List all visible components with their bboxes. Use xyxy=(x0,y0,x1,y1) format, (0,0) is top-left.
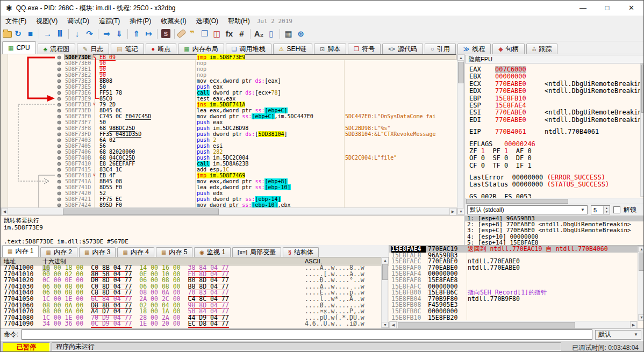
disasm-row[interactable]: 5D8F742052push edx xyxy=(65,190,456,196)
tab-dump3[interactable]: ▦内存 3 xyxy=(79,247,116,257)
disasm-row[interactable]: 5D8F73F0C745 0C E047C45Dmov dword ptr ss… xyxy=(65,113,456,119)
menu-item-收藏夹[interactable]: 收藏夹(I) xyxy=(156,16,191,27)
menu-item-调试[interactable]: 调试(D) xyxy=(62,16,94,27)
step-into-icon[interactable]: ↓ xyxy=(71,28,83,40)
scroll-thumb[interactable] xyxy=(398,322,575,328)
register-line[interactable]: ESP15E8FAE4 xyxy=(465,102,644,109)
execute-till-return-icon[interactable]: ⇓ xyxy=(113,28,125,40)
register-line[interactable]: EAX007C6000 xyxy=(465,66,644,73)
tab-source[interactable]: <>源代码 xyxy=(382,44,423,54)
tab-dump2[interactable]: ▦内存 2 xyxy=(40,247,77,257)
stack-hscrollbar[interactable]: ◀ ▶ xyxy=(389,321,638,328)
disasm-row[interactable]: 5D8F7421FF75 ECpush dword ptr ss:[ebp-14… xyxy=(65,196,456,202)
register-line[interactable]: EDI770EABE0<ntdll.DbgUiRemoteBreakin> xyxy=(465,117,644,124)
tab-callstack[interactable]: ❏调用堆栈 xyxy=(226,44,271,54)
disasm-row[interactable]: 5D8F73E090nop xyxy=(65,60,456,66)
register-line[interactable]: EDX770EABE0<ntdll.DbgUiRemoteBreakin> xyxy=(465,88,644,95)
tab-trace[interactable]: ∴跟踪 xyxy=(526,44,558,54)
scroll-thumb[interactable] xyxy=(382,264,388,280)
step-out-icon[interactable]: ⇑ xyxy=(130,28,142,40)
scroll-thumb[interactable] xyxy=(466,199,568,204)
scroll-down-icon[interactable]: ▼ xyxy=(382,322,389,328)
spin-up-icon[interactable]: ▲ xyxy=(604,206,610,210)
tab-locals[interactable]: [x=]局部变量 xyxy=(232,247,281,257)
menu-item-文件[interactable]: 文件(F) xyxy=(1,16,31,27)
disasm-row[interactable]: 5D8F73DEvEB 09jmp im.5D8F73E9 xyxy=(65,54,456,60)
open-file-icon[interactable] xyxy=(3,31,12,38)
registers-vscrollbar[interactable] xyxy=(640,63,644,197)
command-input[interactable] xyxy=(22,329,592,340)
tab-script[interactable]: ⊡脚本 xyxy=(314,44,346,54)
scroll-right-icon[interactable]: ▶ xyxy=(449,208,456,215)
stack-vscrollbar[interactable]: ▲ ▼ xyxy=(638,246,644,321)
register-line[interactable]: LastError 00000000 (ERROR_SUCCESS) xyxy=(465,174,644,181)
tab-seh[interactable]: ⚠SEH链 xyxy=(273,44,313,54)
tab-log[interactable]: ✎日志 xyxy=(77,44,109,54)
disasm-row[interactable]: 5D8F74036A 02push 2 xyxy=(65,137,456,143)
tab-breakpoints[interactable]: ●断点 xyxy=(146,44,177,54)
run-to-return-icon[interactable]: ⇒ xyxy=(101,28,113,40)
arg-count-stepper[interactable]: 5 ▲▼ xyxy=(591,205,610,214)
dump-vscrollbar[interactable]: ▲ ▼ xyxy=(381,257,388,328)
disasm-row[interactable]: 5D8F73E190nop xyxy=(65,66,456,72)
disasm-row[interactable]: 5D8F73E550push eax xyxy=(65,84,456,90)
menu-item-插件[interactable]: 插件(P) xyxy=(125,16,156,27)
stack-panel[interactable]: 15E8FAE4770EAC19返回到 ntdll.770EAC19 自 ntd… xyxy=(389,245,644,328)
register-line[interactable]: EFLAGS 00000246 xyxy=(465,141,644,148)
tab-handles[interactable]: ◆句柄 xyxy=(492,44,524,54)
scroll-left-icon[interactable]: ◀ xyxy=(1,208,8,215)
menu-item-帮助[interactable]: 帮助(H) xyxy=(223,16,255,27)
disasm-row[interactable]: 5D8F73E985C0test eax,eax xyxy=(65,96,456,102)
register-line[interactable]: ECX770EABE0<ntdll.DbgUiRemoteBreakin> xyxy=(465,81,644,88)
registers-hscrollbar[interactable] xyxy=(465,198,644,204)
disasm-row[interactable]: 5D8F73EBv79 2Djns im.5D8F741A xyxy=(65,102,456,107)
disasm-row[interactable]: 5D8F73F868 98BDC25Dpush im.5DC2BD985DC2B… xyxy=(65,125,456,131)
menu-item-追踪[interactable]: 追踪(T) xyxy=(94,16,125,27)
register-line[interactable]: ESI770EABE0<ntdll.DbgUiRemoteBreakin> xyxy=(465,109,644,116)
tab-dump5[interactable]: ▦内存 5 xyxy=(156,247,192,257)
memory-dump-panel[interactable]: 地址 十六进制 ASCII 770410001600 18 00C0 8B 04… xyxy=(1,257,389,328)
step-over-icon[interactable]: ↷ xyxy=(83,28,96,40)
run-icon[interactable]: → xyxy=(41,28,54,40)
call-arguments-list[interactable]: 1: [esp+4] 96A59BB32: [esp+8] 770EABE0 <… xyxy=(465,215,644,246)
register-line[interactable]: EBX00000000 xyxy=(465,73,644,80)
tab-watch1[interactable]: ◉监视 1 xyxy=(194,247,231,257)
scroll-thumb[interactable] xyxy=(63,209,219,215)
tab-threads[interactable]: ≫线程 xyxy=(457,44,491,54)
disasm-hscrollbar[interactable]: ◀ ▶ xyxy=(1,207,457,215)
hide-fpu-button[interactable]: 隐藏FPU xyxy=(465,55,644,63)
register-line[interactable]: OF 0 SF 0 DF 0 xyxy=(465,155,644,162)
tab-symbols[interactable]: ❒符号 xyxy=(348,44,381,54)
disasm-row[interactable]: 5D8F741D8D55 F0lea edx,dword ptr ss:[ebp… xyxy=(65,184,456,190)
stop-icon[interactable]: ■ xyxy=(24,28,37,40)
calculator-icon[interactable]: ▦ xyxy=(282,28,295,40)
disasm-row[interactable]: 5D8F741A8B45 08mov eax,dword ptr ss:[ebp… xyxy=(65,178,456,184)
calling-convention-select[interactable]: 默认 (stdcall) ▼ xyxy=(467,205,588,214)
tab-notes[interactable]: ▤笔记 xyxy=(111,44,144,54)
disasm-row[interactable]: 5D8F73F750push eax xyxy=(65,119,456,125)
disasm-row[interactable]: 5D8F7418vEB 4Fjmp im.5D8F7469 xyxy=(65,173,456,178)
scroll-left-icon[interactable]: ◀ xyxy=(390,321,397,329)
scroll-right-icon[interactable]: ▶ xyxy=(630,321,637,329)
tab-dump1[interactable]: ▦内存 1 xyxy=(2,245,39,257)
tab-cpu[interactable]: ▦CPU xyxy=(2,41,36,54)
scroll-up-icon[interactable]: ▲ xyxy=(382,257,389,263)
disasm-row[interactable]: 5D8F740556push esi xyxy=(65,143,456,149)
tab-memmap[interactable]: ▦内存布局 xyxy=(178,44,224,54)
disasm-row[interactable]: 5D8F73E38B08mov ecx,dword ptr ds:[eax] xyxy=(65,78,456,84)
menu-item-视图[interactable]: 视图(V) xyxy=(31,16,62,27)
dump-row[interactable]: 7704109034 00 36 000C D9 04 771E 00 20 0… xyxy=(1,321,389,327)
disasm-row[interactable]: 5D8F740668 82020000push 282 xyxy=(65,149,456,155)
function-icon[interactable]: fx xyxy=(223,28,235,40)
scroll-thumb[interactable] xyxy=(458,62,464,83)
close-button[interactable]: ✕ xyxy=(619,1,643,15)
run-to-user-code-icon[interactable]: ↦ xyxy=(142,28,155,40)
command-mode-select[interactable]: 默认 ▼ xyxy=(595,330,641,340)
patch-icon[interactable] xyxy=(176,29,187,39)
argument-row[interactable]: 3: [esp+C] 770EABE0 <ntdll.DbgUiRemoteBr… xyxy=(465,227,644,233)
tab-graph[interactable]: ♣流程图 xyxy=(38,44,75,54)
disasm-row[interactable]: 5D8F7410E8 26EEFAFFcall im.5D8A623B xyxy=(65,161,456,167)
disasm-vscrollbar[interactable]: ▲ ▼ xyxy=(457,54,464,215)
register-line[interactable]: EBP15E8FB10 xyxy=(465,95,644,102)
disasm-row[interactable]: 5D8F741583C4 1Cadd esp,1C xyxy=(65,167,456,173)
